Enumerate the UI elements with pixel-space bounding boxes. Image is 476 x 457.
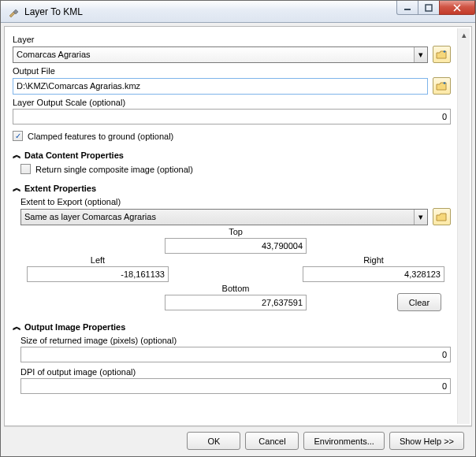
show-help-label: Show Help >> (400, 437, 454, 446)
svg-rect-0 (404, 9, 411, 10)
extent-top-label: Top (165, 227, 307, 236)
app-window: Layer To KML ▴ Layer Comarcas Agrarias ▾ (0, 0, 476, 457)
chevron-down-icon: ▾ (414, 47, 427, 62)
minimize-button[interactable] (396, 1, 418, 15)
dpi-value: 0 (442, 381, 447, 391)
cancel-button[interactable]: Cancel (245, 432, 299, 450)
section-output-image-label: Output Image Properties (24, 322, 125, 332)
section-extent-label: Extent Properties (24, 184, 96, 193)
extent-bottom-label: Bottom (165, 284, 307, 293)
layer-output-scale-input[interactable]: 0 (13, 109, 451, 124)
extent-to-export-value: Same as layer Comarcas Agrarias (24, 212, 156, 221)
return-composite-checkbox[interactable] (20, 164, 31, 174)
layer-output-scale-label: Layer Output Scale (optional) (13, 98, 451, 107)
dpi-input[interactable]: 0 (20, 378, 451, 394)
output-file-value: D:\KMZ\Comarcas Agrarias.kmz (17, 81, 140, 91)
output-file-input[interactable]: D:\KMZ\Comarcas Agrarias.kmz (13, 78, 428, 95)
size-returned-label: Size of returned image (pixels) (optiona… (20, 336, 451, 345)
output-file-browse-button[interactable] (433, 77, 451, 95)
folder-open-icon (436, 212, 448, 222)
svg-rect-1 (426, 5, 432, 11)
show-help-button[interactable]: Show Help >> (389, 432, 464, 450)
layer-select-value: Comarcas Agrarias (17, 50, 91, 59)
dpi-label: DPI of output image (optional) (20, 367, 451, 377)
maximize-button[interactable] (418, 1, 440, 15)
extent-left-input[interactable]: -18,161133 (27, 266, 169, 282)
extent-right-label: Right (303, 255, 444, 265)
extent-left-label: Left (27, 255, 169, 265)
extent-to-export-label: Extent to Export (optional) (20, 197, 451, 206)
extent-bottom-input[interactable]: 27,637591 (165, 295, 307, 310)
chevron-up-icon: ︽ (13, 182, 21, 194)
close-button[interactable] (439, 1, 475, 15)
clamped-checkbox[interactable]: ✓ (13, 131, 23, 141)
size-returned-value: 0 (442, 350, 447, 359)
extent-top-value: 43,790004 (262, 241, 303, 251)
extent-browse-button[interactable] (433, 208, 451, 225)
ok-button[interactable]: OK (187, 432, 240, 450)
section-data-content[interactable]: ︽ Data Content Properties (13, 149, 451, 161)
environments-label: Environments... (314, 437, 374, 446)
folder-open-icon (436, 81, 448, 91)
environments-button[interactable]: Environments... (303, 432, 384, 450)
section-output-image[interactable]: ︽ Output Image Properties (13, 321, 451, 333)
form-panel: ▴ Layer Comarcas Agrarias ▾ Output File (4, 26, 472, 426)
chevron-down-icon: ▾ (414, 210, 427, 225)
clamped-label: Clamped features to ground (optional) (28, 132, 173, 141)
extent-right-input[interactable]: 4,328123 (303, 266, 444, 282)
dialog-footer: OK Cancel Environments... Show Help >> (4, 426, 472, 455)
extent-to-export-select[interactable]: Same as layer Comarcas Agrarias ▾ (20, 209, 428, 225)
layer-label: Layer (13, 35, 451, 44)
extent-top-input[interactable]: 43,790004 (165, 238, 307, 254)
layer-output-scale-value: 0 (442, 112, 447, 121)
chevron-up-icon: ︽ (13, 149, 21, 161)
section-extent[interactable]: ︽ Extent Properties (13, 182, 451, 194)
scroll-up-icon[interactable]: ▴ (458, 28, 470, 41)
layer-select[interactable]: Comarcas Agrarias ▾ (13, 46, 428, 63)
window-title: Layer To KML (24, 6, 396, 17)
ok-label: OK (208, 437, 221, 446)
size-returned-input[interactable]: 0 (20, 347, 451, 362)
extent-left-value: -18,161133 (121, 269, 165, 279)
return-composite-label: Return single composite image (optional) (35, 165, 193, 174)
folder-open-icon (436, 50, 448, 60)
extent-clear-label: Clear (409, 298, 430, 307)
titlebar[interactable]: Layer To KML (1, 1, 475, 23)
layer-browse-button[interactable] (433, 46, 451, 63)
extent-bottom-value: 27,637591 (262, 298, 303, 307)
hammer-icon (7, 6, 20, 18)
chevron-up-icon: ︽ (13, 321, 21, 333)
output-file-label: Output File (13, 66, 451, 76)
extent-right-value: 4,328123 (404, 269, 441, 279)
client-area: ▴ Layer Comarcas Agrarias ▾ Output File (1, 23, 475, 456)
window-buttons (396, 1, 475, 22)
cancel-label: Cancel (258, 437, 285, 446)
vertical-scrollbar[interactable]: ▴ (457, 28, 470, 424)
extent-clear-button[interactable]: Clear (397, 293, 441, 311)
section-data-content-label: Data Content Properties (24, 150, 124, 160)
